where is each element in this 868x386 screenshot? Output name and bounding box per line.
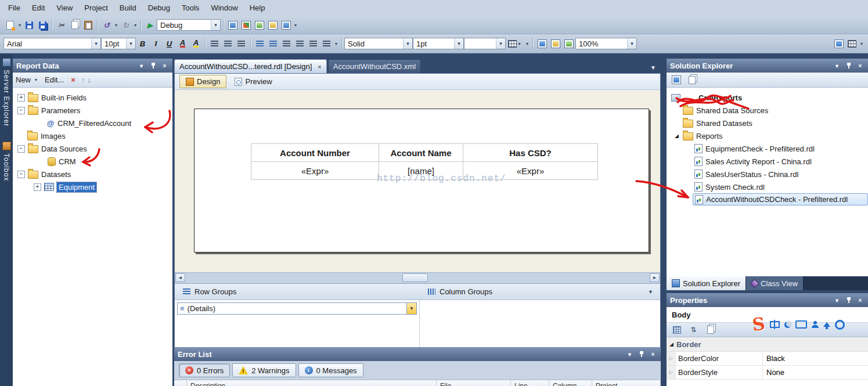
warnings-filter-button[interactable]: ! 2 Warnings — [232, 363, 296, 377]
window-position-icon[interactable]: ▾ — [137, 62, 146, 70]
bold-button[interactable]: B — [136, 37, 149, 50]
scrollbar-thumb[interactable] — [402, 273, 428, 282]
active-files-dropdown-icon[interactable]: ▼ — [650, 64, 661, 73]
toolbar-options-dropdown-icon[interactable]: ▾ — [293, 23, 298, 28]
file-column-header[interactable]: File — [437, 380, 511, 386]
save-button[interactable] — [23, 19, 36, 31]
chevron-down-icon[interactable]: ▾ — [91, 38, 100, 49]
layout-tool-button-2[interactable] — [549, 37, 562, 50]
menu-project[interactable]: Project — [78, 0, 113, 16]
move-down-button[interactable]: ↓ — [87, 75, 91, 84]
close-icon[interactable]: × — [318, 63, 321, 70]
property-row-borderstyle[interactable]: ▷ BorderStyle None — [667, 366, 868, 380]
report-tool-button-4[interactable] — [266, 19, 279, 31]
tab-server-explorer[interactable]: Server Explorer — [2, 58, 11, 127]
horizontal-scrollbar[interactable]: ◄ ► — [175, 272, 660, 283]
properties-window-button[interactable] — [669, 74, 683, 86]
close-icon[interactable]: × — [160, 62, 169, 70]
undo-button[interactable]: ↺ — [100, 19, 113, 31]
chevron-down-icon[interactable]: ▾ — [211, 20, 220, 30]
indent-options-button-1[interactable] — [307, 37, 320, 50]
pin-icon[interactable] — [149, 62, 157, 70]
menu-tools[interactable]: Tools — [176, 0, 205, 16]
toolbar-options-dropdown-icon[interactable]: ▾ — [859, 41, 865, 46]
tree-item-shared-datasets[interactable]: Shared Datasets — [667, 117, 868, 129]
tree-item-built-in-fields[interactable]: + Built-in Fields — [13, 91, 172, 104]
tree-item-solution[interactable]: CrmReports — [667, 91, 868, 104]
group-dropdown-button[interactable]: ▼ — [406, 303, 416, 314]
tab-solution-explorer[interactable]: Solution Explorer — [667, 276, 746, 290]
delete-button[interactable]: × — [71, 75, 75, 84]
right-tool-button-2[interactable] — [845, 37, 859, 50]
close-icon[interactable]: × — [856, 62, 865, 70]
severity-column-header[interactable] — [174, 380, 187, 386]
report-tool-button-2[interactable] — [239, 19, 253, 31]
tree-item-report-system-check[interactable]: System Check.rdl — [667, 181, 868, 193]
chevron-down-icon[interactable]: ▾ — [403, 38, 412, 49]
copy-button[interactable] — [68, 19, 81, 31]
toolbar-options-dropdown-icon[interactable]: ▾ — [333, 41, 339, 46]
window-position-icon[interactable]: ▾ — [833, 296, 841, 304]
new-item-button[interactable] — [3, 19, 17, 31]
chevron-down-icon[interactable]: ▾ — [126, 38, 135, 49]
expand-icon[interactable]: + — [34, 183, 41, 191]
property-pages-button[interactable] — [704, 323, 717, 336]
chevron-down-icon[interactable]: ▾ — [517, 41, 523, 46]
tab-preview-view[interactable]: Preview — [229, 75, 278, 88]
chevron-down-icon[interactable]: ▾ — [496, 38, 505, 49]
property-value[interactable]: Black — [763, 352, 868, 365]
cut-button[interactable]: ✂ — [55, 19, 68, 31]
bullet-list-button[interactable] — [266, 37, 280, 50]
expanded-icon[interactable]: ◢ — [668, 341, 675, 347]
close-icon[interactable]: × — [649, 350, 657, 358]
column-groups-list[interactable] — [420, 300, 660, 348]
tab-class-view[interactable]: Class View — [746, 276, 804, 290]
design-surface[interactable]: Account Number Account Name Has CSD? «Ex… — [175, 90, 660, 272]
menu-file[interactable]: File — [2, 0, 26, 16]
window-position-icon[interactable]: ▾ — [625, 350, 634, 358]
align-right-button[interactable] — [235, 37, 248, 50]
tab-design-document[interactable]: AccountWithoutCSD...tered.rdl [Design] × — [174, 59, 327, 73]
column-column-header[interactable]: Column — [549, 380, 592, 386]
expand-icon[interactable]: + — [17, 94, 25, 102]
tab-design-view[interactable]: Design — [179, 75, 226, 88]
report-tool-button-3[interactable] — [253, 19, 266, 31]
border-color-combo[interactable]: ▾ — [464, 38, 506, 49]
save-all-button[interactable] — [36, 19, 49, 31]
project-column-header[interactable]: Project — [592, 380, 661, 386]
tree-item-equipment[interactable]: + Equipment — [13, 181, 172, 193]
alphabetical-button[interactable]: ⇅ — [687, 323, 700, 336]
messages-filter-button[interactable]: i 0 Messages — [298, 363, 363, 377]
border-width-combo[interactable]: 1pt ▾ — [413, 38, 464, 49]
font-family-combo[interactable]: Arial ▾ — [3, 38, 101, 49]
redo-dropdown-icon[interactable]: ▾ — [132, 23, 138, 28]
tree-item-reports-folder[interactable]: ◢ Reports — [667, 129, 868, 142]
edit-button[interactable]: Edit... — [45, 75, 64, 84]
tree-item-report-sales-activity[interactable]: Sales Activity Report - China.rdl — [667, 155, 868, 168]
right-tool-button-1[interactable] — [832, 37, 845, 50]
category-row-border[interactable]: ◢ Border — [667, 337, 868, 352]
start-debugging-button[interactable]: ▶ — [143, 19, 157, 31]
tablix-header-cell[interactable]: Has CSD? — [463, 144, 598, 162]
undo-dropdown-icon[interactable]: ▾ — [113, 23, 119, 28]
highlight-color-button[interactable]: A — [189, 37, 203, 50]
italic-button[interactable]: I — [149, 37, 163, 50]
chevron-down-icon[interactable]: ▾ — [627, 38, 636, 49]
tree-item-crm[interactable]: CRM — [13, 155, 172, 168]
font-size-combo[interactable]: 10pt ▾ — [101, 38, 136, 49]
tree-item-data-sources[interactable]: − Data Sources — [13, 142, 172, 155]
errors-filter-button[interactable]: × 0 Errors — [179, 363, 230, 377]
chevron-down-icon[interactable]: ▾ — [454, 38, 463, 49]
menu-help[interactable]: Help — [244, 0, 271, 16]
menu-build[interactable]: Build — [114, 0, 142, 16]
report-tool-button-5[interactable] — [279, 19, 293, 31]
tree-item-datasets[interactable]: − Datasets — [13, 168, 172, 181]
close-icon[interactable]: × — [856, 296, 865, 304]
line-column-header[interactable]: Line — [511, 380, 549, 386]
layout-tool-button-3[interactable] — [562, 37, 575, 50]
scroll-right-button[interactable]: ► — [650, 273, 660, 282]
menu-debug[interactable]: Debug — [142, 0, 176, 16]
tab-toolbox[interactable]: Toolbox — [2, 142, 11, 181]
new-button[interactable]: New — [16, 75, 31, 84]
window-position-icon[interactable]: ▾ — [833, 62, 841, 70]
